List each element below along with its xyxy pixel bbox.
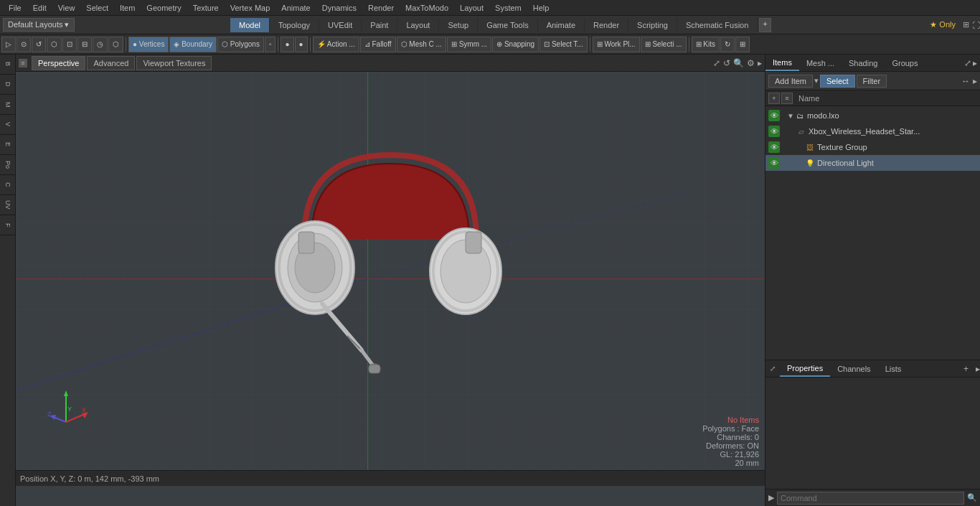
tree-expand-root[interactable]: ▼ [787, 112, 794, 120]
tree-eye-texgrp[interactable]: 👁 [768, 141, 780, 153]
items-tab-mesh[interactable]: Mesh ... [799, 56, 842, 70]
tool-sync[interactable]: ↻ [720, 37, 735, 52]
tool-edge[interactable]: ▫ [265, 37, 276, 52]
menu-render[interactable]: Render [362, 2, 400, 14]
tool-dot1[interactable]: ● [281, 37, 293, 52]
add-item-dropdown[interactable]: ▾ [814, 76, 819, 85]
props-tab-channels[interactable]: Channels [830, 362, 877, 376]
viewport-more-icon[interactable]: ▸ [758, 58, 762, 68]
items-toolbar-more[interactable]: ▸ [973, 76, 977, 86]
tree-eye-mesh[interactable]: 👁 [768, 126, 780, 137]
menu-dynamics[interactable]: Dynamics [316, 2, 362, 14]
tab-schematic[interactable]: Schematic Fusion [677, 18, 758, 32]
tool-world[interactable]: ⊙ [17, 37, 31, 52]
menu-help[interactable]: Help [527, 2, 555, 14]
items-toolbar-arrow[interactable]: ↔ [961, 76, 970, 86]
menu-animate[interactable]: Animate [275, 2, 316, 14]
tree-eye-dirlight[interactable]: 👁 [768, 157, 780, 169]
props-add-button[interactable]: + [959, 362, 973, 375]
star-only-button[interactable]: ★ Only [925, 19, 960, 31]
viewport-menu-icon[interactable]: ≡ [19, 59, 27, 67]
tool-symm[interactable]: ⊞ Symm ... [447, 37, 491, 52]
items-tab-shading[interactable]: Shading [842, 56, 885, 70]
props-tab-properties[interactable]: Properties [780, 361, 830, 377]
add-item-button[interactable]: Add Item [768, 75, 813, 88]
tab-layout[interactable]: Layout [397, 18, 439, 32]
tab-uvedit[interactable]: UVEdit [319, 18, 362, 32]
tool-circle[interactable]: ◷ [93, 37, 108, 52]
tool-boundary[interactable]: ◈ Boundary [169, 37, 217, 52]
viewport[interactable]: ≡ Perspective Advanced Viewport Textures… [16, 55, 765, 506]
tool-dot2[interactable]: ● [295, 37, 308, 52]
tab-model[interactable]: Model [230, 18, 270, 32]
viewport-refresh-icon[interactable]: ↺ [723, 58, 730, 68]
sidebar-item-e[interactable]: E [0, 135, 15, 155]
tool-transform[interactable]: ⊡ [62, 37, 77, 52]
menu-edit[interactable]: Edit [27, 2, 52, 14]
tree-row-dirlight[interactable]: 👁 💡 Directional Light [765, 155, 980, 171]
items-tab-items[interactable]: Items [765, 55, 799, 71]
menu-layout[interactable]: Layout [454, 2, 489, 14]
tool-snapping[interactable]: ⊕ Snapping [492, 37, 539, 52]
props-more-icon[interactable]: ▸ [976, 364, 980, 374]
viewport-tab-textures[interactable]: Viewport Textures [136, 56, 212, 70]
select-button[interactable]: Select [820, 75, 855, 88]
viewport-canvas[interactable]: Y X Z No Items Polygons : Face Channels:… [16, 72, 765, 470]
tab-animate[interactable]: Animate [538, 18, 585, 32]
tree-eye-root[interactable]: 👁 [768, 110, 780, 121]
menu-file[interactable]: File [3, 2, 27, 14]
tool-action[interactable]: ⚡ Action ... [313, 37, 359, 52]
tree-row-texgrp[interactable]: 👁 🖼 Texture Group [765, 139, 980, 155]
menu-texture[interactable]: Texture [187, 2, 225, 14]
tool-falloff[interactable]: ⊿ Falloff [360, 37, 396, 52]
add-layout-tab-button[interactable]: + [759, 18, 771, 32]
viewport-expand-icon[interactable]: ⤢ [713, 58, 720, 68]
props-expand-icon[interactable]: ⤢ [765, 362, 780, 375]
tool-meshc[interactable]: ⬡ Mesh C ... [397, 37, 446, 52]
tool-vertices[interactable]: ● Vertices [128, 37, 169, 52]
sidebar-item-po[interactable]: Po [0, 155, 15, 175]
tool-select-mode[interactable]: ▷ [1, 37, 16, 52]
tool-workpl[interactable]: ⊞ Work Pl... [593, 37, 640, 52]
items-tab-groups[interactable]: Groups [885, 56, 925, 70]
menu-item[interactable]: Item [114, 2, 141, 14]
tool-polygons[interactable]: ⬡ Polygons [217, 37, 264, 52]
sidebar-item-m[interactable]: M [0, 95, 15, 115]
tree-row-root[interactable]: 👁 ▼ 🗂 modo.lxo [765, 108, 980, 123]
menu-view[interactable]: View [52, 2, 81, 14]
sidebar-item-d[interactable]: D [0, 75, 15, 95]
viewport-tab-perspective[interactable]: Perspective [32, 56, 85, 70]
sidebar-item-v[interactable]: V [0, 115, 15, 135]
tool-mirror[interactable]: ⊟ [77, 37, 92, 52]
filter-button[interactable]: Filter [857, 75, 887, 88]
viewport-search-icon[interactable]: 🔍 [733, 58, 744, 68]
sidebar-item-uv[interactable]: UV [0, 195, 15, 215]
menu-select[interactable]: Select [80, 2, 114, 14]
command-input[interactable] [777, 492, 964, 505]
tab-scripting[interactable]: Scripting [628, 18, 677, 32]
tab-render[interactable]: Render [585, 18, 628, 32]
items-expand-icon[interactable]: ⤢ [964, 58, 971, 68]
tool-polygon[interactable]: ⬡ [47, 37, 62, 52]
tab-gametools[interactable]: Game Tools [478, 18, 538, 32]
sidebar-item-f[interactable]: F [0, 215, 15, 235]
tool-rotate[interactable]: ↺ [32, 37, 46, 52]
tab-paint[interactable]: Paint [362, 18, 397, 32]
menu-maxtomodo[interactable]: MaxToModo [400, 2, 454, 14]
menu-system[interactable]: System [489, 2, 527, 14]
tool-selecti[interactable]: ⊞ Selecti ... [641, 37, 687, 52]
tool-kits[interactable]: ⊞ Kits [692, 37, 720, 52]
tab-setup[interactable]: Setup [439, 18, 478, 32]
tree-row-mesh[interactable]: 👁 ▱ Xbox_Wireless_Headset_Star... [765, 123, 980, 139]
items-header-icon-2[interactable]: ≡ [781, 93, 793, 104]
items-header-icon-1[interactable]: + [768, 93, 780, 104]
items-more-icon[interactable]: ▸ [973, 58, 977, 68]
sidebar-item-b[interactable]: B [0, 55, 15, 75]
tool-mesh[interactable]: ⬡ [108, 37, 123, 52]
viewport-tab-advanced[interactable]: Advanced [87, 56, 135, 70]
menu-vertexmap[interactable]: Vertex Map [225, 2, 276, 14]
layout-dropdown[interactable]: Default Layouts ▾ [3, 18, 75, 32]
command-search-icon[interactable]: 🔍 [967, 493, 977, 502]
props-tab-lists[interactable]: Lists [878, 362, 909, 376]
sidebar-item-c[interactable]: C [0, 175, 15, 195]
